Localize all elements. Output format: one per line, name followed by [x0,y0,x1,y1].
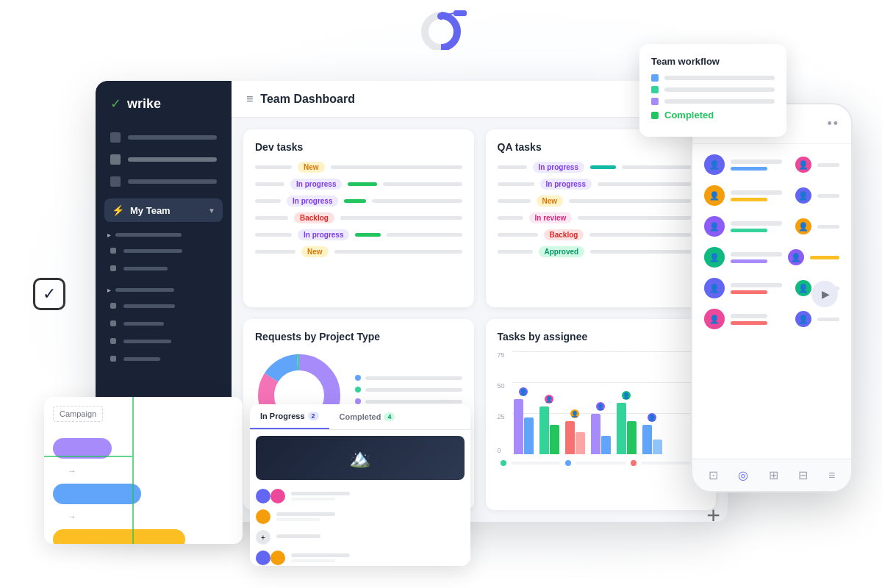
completed-tab[interactable]: Completed 4 [329,404,406,429]
legend-item [355,384,462,395]
mobile-right-line [817,194,839,198]
sidebar-sub-label [123,340,171,343]
folder-icon [110,176,121,187]
sidebar-sub-4[interactable] [96,315,232,332]
mobile-list-item[interactable]: 👤 👤 [698,212,845,241]
task-avatar-2 [270,551,285,565]
mobile-list: 👤 👤 👤 👤 👤 👤 [692,144,851,341]
grid-icon [110,154,121,165]
sidebar-item-grid[interactable] [96,148,232,171]
mobile-nav-tasks-icon[interactable]: ⊡ [709,468,718,482]
status-badge: Backlog [544,229,584,240]
status-badge: In progress [298,229,349,240]
task-row: In progress [255,196,462,207]
workflow-row [651,98,775,105]
task-info [276,534,465,540]
mobile-right-line [817,163,839,167]
sidebar-item-folder[interactable] [96,171,232,193]
checkbox-icon: ✓ [33,278,65,310]
mobile-name-line [731,314,767,318]
task-row: Approved [498,246,705,257]
mobile-status-line [731,229,767,232]
play-button[interactable]: ▶ [811,281,838,307]
mobile-list-item[interactable]: 👤 👤 [698,243,845,272]
bottom-task-item[interactable] [256,548,465,566]
mobile-item-info [731,283,789,294]
bar-group: 👤 [565,409,585,454]
mobile-nav-people-icon[interactable]: ◎ [738,468,748,482]
mountain-icon: 🏔️ [349,448,371,468]
sidebar-sub-6[interactable] [96,350,232,368]
mobile-right-avatar: 👤 [795,157,811,173]
task-row: In progress [498,179,705,190]
status-badge: In progress [287,196,338,207]
sub-icon-2 [110,265,116,271]
bar-group: 👤 [591,402,611,454]
completed-dot [651,112,659,119]
sidebar-sub-2[interactable] [96,259,232,277]
sidebar-expand-item: ▸ [96,228,232,242]
bottom-task-item[interactable] [256,506,465,527]
task-row: In progress [498,162,705,173]
bottom-task-item[interactable]: + [256,527,465,548]
mobile-list-item[interactable]: 👤 👤 [698,181,845,210]
mobile-bottom-nav: ⊡ ◎ ⊞ ⊟ ≡ [692,459,851,491]
chart-bottom-row [498,460,705,466]
my-team-button[interactable]: ⚡ My Team ▼ [104,198,223,222]
plus-icon: + [706,502,720,529]
task-row: New [255,246,462,257]
status-badge: In review [529,212,573,223]
task-row: In review [498,212,705,223]
task-name-line [276,534,320,538]
mobile-nav-grid-icon[interactable]: ⊞ [769,468,778,482]
mobile-nav-menu-icon[interactable]: ≡ [828,469,835,482]
dot [631,460,637,466]
tasks-assignee-card: Tasks by assignee 75 50 25 0 👤 [486,319,717,510]
sidebar-sub-label [123,322,164,326]
mobile-item-info [731,252,782,263]
mobile-avatar: 👤 [704,247,725,268]
sub-icon-3 [110,303,116,309]
bar-group: 👤 [514,387,534,454]
mobile-right-line [817,225,839,229]
sidebar-sub-5[interactable] [96,332,232,350]
mobile-nav-folder-icon[interactable]: ⊟ [798,468,808,482]
y-label: 25 [498,413,505,420]
menu-icon[interactable]: ≡ [246,93,253,106]
in-progress-tab[interactable]: In Progress 2 [250,404,329,429]
task-info [291,492,465,501]
workflow-dot [651,98,659,105]
top-chart-icon [415,6,467,53]
mobile-name-line [731,252,782,257]
task-info [276,512,465,521]
campaign-card: Campaign → → [44,397,243,544]
sub-icon-5 [110,338,116,344]
sidebar-item-home[interactable] [96,126,232,148]
requests-title: Requests by Project Type [255,331,462,343]
mobile-list-item[interactable]: 👤 👤 [698,304,845,334]
task-detail-line [291,559,335,562]
bottom-tasks-card: In Progress 2 Completed 4 🏔️ [250,404,470,566]
mobile-status-line [731,198,767,201]
app-name: wrike [127,96,161,112]
qa-tasks-title: QA tasks [498,141,705,153]
task-row: Backlog [498,229,705,240]
mobile-status-line [731,259,767,263]
arrow-icon: → [53,466,76,476]
sub-icon-6 [110,356,116,362]
mobile-status-line [731,321,767,325]
mobile-avatar: 👤 [704,185,725,206]
bottom-task-item[interactable] [256,486,465,506]
sidebar-sub-1[interactable] [96,242,232,259]
mobile-name-line [731,283,782,287]
workflow-tooltip: Team workflow Completed [639,44,786,137]
mobile-list-item[interactable]: 👤 👤 [698,150,845,179]
mobile-options-icon[interactable]: •• [827,116,839,132]
flow-node-yellow [53,529,185,544]
add-avatar-icon[interactable]: + [256,530,270,545]
sidebar-sub-3[interactable] [96,297,232,315]
mobile-right-line [810,256,839,259]
my-team-label: My Team [130,205,171,216]
bottom-card-body: 🏔️ + [250,430,470,566]
completed-label: Completed [340,412,381,421]
